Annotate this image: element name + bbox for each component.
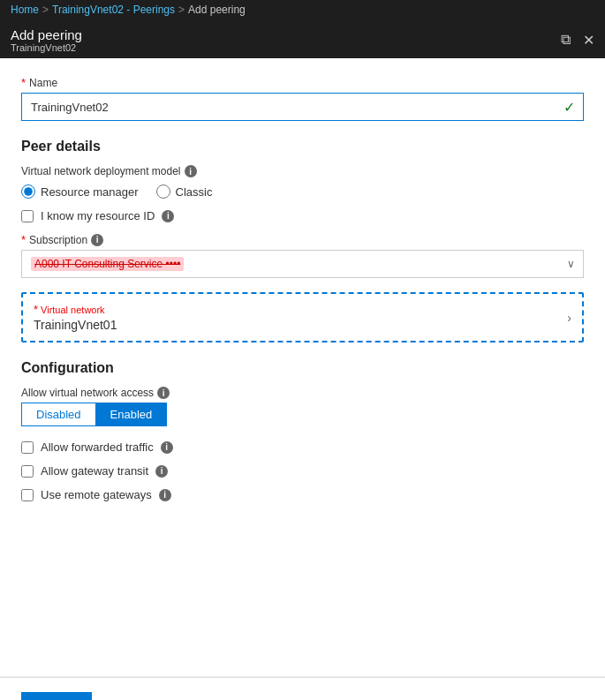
breadcrumb-sep2: > <box>178 4 185 16</box>
page-subtitle: TrainingVnet02 <box>11 42 82 53</box>
breadcrumb-vnet[interactable]: TrainingVnet02 - Peerings <box>52 4 175 16</box>
radio-classic-input[interactable] <box>156 184 170 199</box>
name-input[interactable] <box>21 93 584 121</box>
subscription-label: * Subscription i <box>21 233 584 246</box>
subscription-masked-value: A000 IT Consulting Service •••• <box>31 257 184 271</box>
page-title: Add peering <box>11 27 82 42</box>
allow-gateway-checkbox-item[interactable]: Allow gateway transit i <box>21 464 584 478</box>
resource-id-checkbox-item[interactable]: I know my resource ID i <box>21 209 584 222</box>
breadcrumb-current: Add peering <box>188 4 246 16</box>
allow-forwarded-info-icon[interactable]: i <box>161 441 173 454</box>
main-content: * Name ✓ Peer details Virtual network de… <box>0 58 605 676</box>
name-required-star: * <box>21 76 26 89</box>
subscription-required-star: * <box>21 233 26 246</box>
use-remote-checkbox[interactable] <box>21 489 34 501</box>
breadcrumb-home[interactable]: Home <box>11 4 39 16</box>
allow-forwarded-checkbox[interactable] <box>21 441 34 454</box>
title-bar: Add peering TrainingVnet02 ⧉ ✕ <box>0 21 605 58</box>
peer-details-heading: Peer details <box>21 139 584 154</box>
subscription-display[interactable]: A000 IT Consulting Service •••• <box>21 250 584 278</box>
virtual-network-selector[interactable]: * Virtual network TrainingVnet01 › <box>21 292 584 342</box>
vnet-required-star: * <box>34 303 38 316</box>
allow-vnet-access-label: Allow virtual network access i <box>21 387 584 399</box>
allow-gateway-checkbox[interactable] <box>21 465 34 478</box>
deployment-model-label: Virtual network deployment model i <box>21 165 584 177</box>
resource-id-checkbox[interactable] <box>21 210 34 222</box>
radio-resource-manager-input[interactable] <box>21 184 35 199</box>
deployment-info-icon[interactable]: i <box>185 165 197 177</box>
toggle-group: Disabled Enabled <box>21 403 584 426</box>
name-checkmark: ✓ <box>563 99 575 116</box>
toggle-enabled-button[interactable]: Enabled <box>95 403 168 426</box>
breadcrumb: Home > TrainingVnet02 - Peerings > Add p… <box>0 0 605 21</box>
ok-button[interactable]: OK <box>21 692 92 700</box>
allow-gateway-info-icon[interactable]: i <box>155 465 168 478</box>
restore-icon[interactable]: ⧉ <box>561 32 571 48</box>
virtual-network-label: * Virtual network <box>34 303 571 316</box>
radio-classic[interactable]: Classic <box>156 184 213 199</box>
close-icon[interactable]: ✕ <box>583 32 594 49</box>
bottom-bar: OK <box>0 677 605 700</box>
radio-resource-manager[interactable]: Resource manager <box>21 184 139 199</box>
toggle-disabled-button[interactable]: Disabled <box>21 403 95 426</box>
deployment-radio-group: Resource manager Classic <box>21 184 584 199</box>
subscription-field-group: * Subscription i A000 IT Consulting Serv… <box>21 233 584 278</box>
resource-id-info-icon[interactable]: i <box>162 210 174 222</box>
use-remote-checkbox-item[interactable]: Use remote gateways i <box>21 488 584 501</box>
allow-vnet-info-icon[interactable]: i <box>157 387 170 399</box>
name-input-wrap: ✓ <box>21 93 584 121</box>
name-field-group: * Name ✓ <box>21 76 584 121</box>
breadcrumb-sep1: > <box>42 4 49 16</box>
config-heading: Configuration <box>21 360 584 376</box>
allow-vnet-access-group: Allow virtual network access i Disabled … <box>21 387 584 426</box>
vnet-chevron-icon: › <box>567 311 571 325</box>
name-label: * Name <box>21 76 584 89</box>
allow-forwarded-checkbox-item[interactable]: Allow forwarded traffic i <box>21 440 584 454</box>
subscription-info-icon[interactable]: i <box>91 234 103 246</box>
subscription-select-wrap: A000 IT Consulting Service •••• ∨ <box>21 250 584 278</box>
virtual-network-value: TrainingVnet01 <box>34 318 571 332</box>
use-remote-info-icon[interactable]: i <box>159 489 171 501</box>
